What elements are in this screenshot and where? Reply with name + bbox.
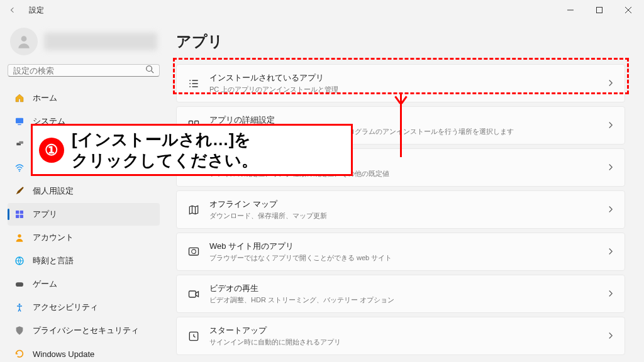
svg-point-12 [18,234,21,238]
svg-rect-6 [19,141,23,144]
svg-rect-10 [16,215,19,218]
back-button[interactable] [1,0,24,20]
home-icon [14,92,25,104]
sidebar-item-label: アプリ [33,209,57,220]
sidebar-item-label: 時刻と言語 [33,255,74,266]
list-icon [187,77,201,90]
chevron-right-icon [607,78,614,89]
svg-rect-9 [20,211,23,214]
maximize-button[interactable] [585,0,614,20]
sidebar-item-home[interactable]: ホーム [8,87,160,109]
accessibility-icon [14,302,25,313]
sidebar-item-accounts[interactable]: アカウント [8,226,160,249]
user-icon [16,33,32,50]
card-apps-for-websites[interactable]: Web サイト用のアプリ ブラウザーではなくアプリで開くことができる web サ… [176,233,625,271]
svg-point-2 [147,66,152,72]
video-icon [187,287,201,301]
sidebar-item-label: アカウント [33,232,74,243]
account-icon [14,232,25,243]
sidebar: ホーム システム Bluetooth とデバイス ネットワークとインターネット … [0,20,165,362]
close-button[interactable] [614,0,643,20]
sidebar-item-personalization[interactable]: 個人用設定 [8,180,160,202]
card-desc: ブラウザーではなくアプリで開くことができる web サイト [209,253,598,263]
avatar [10,28,38,55]
sidebar-item-accessibility[interactable]: アクセシビリティ [8,296,160,319]
search-box[interactable] [8,64,160,77]
card-desc: ビデオ調整、HDR ストリーミング、バッテリー オプション [209,295,598,305]
card-title: Web サイト用のアプリ [209,241,598,252]
chevron-right-icon [607,204,614,216]
sidebar-item-apps[interactable]: アプリ [8,203,160,226]
card-desc: ダウンロード、保存場所、マップ更新 [209,211,598,221]
annotation-callout: ① [インストールされ…]を クリックしてください。 [31,124,353,176]
svg-rect-8 [16,211,19,214]
card-video-playback[interactable]: ビデオの再生 ビデオ調整、HDR ストリーミング、バッテリー オプション [176,275,625,313]
chevron-right-icon [607,288,614,300]
website-app-icon [187,245,201,259]
user-name-blur [44,33,157,50]
close-icon [625,7,631,13]
svg-rect-14 [16,282,23,287]
card-offline-maps[interactable]: オフライン マップ ダウンロード、保存場所、マップ更新 [176,190,625,229]
chevron-right-icon [607,162,614,173]
page-title: アプリ [176,31,625,52]
minimize-button[interactable] [556,0,585,20]
svg-point-1 [21,36,27,41]
arrow-left-icon [9,7,16,13]
card-list: インストールされているアプリ PC 上のアプリのアンインストールと管理 アプリの… [176,64,625,355]
bluetooth-icon [14,139,25,150]
sidebar-item-privacy[interactable]: プライバシーとセキュリティ [8,319,160,342]
card-installed-apps[interactable]: インストールされているアプリ PC 上のアプリのアンインストールと管理 [176,64,625,102]
svg-rect-3 [16,118,23,124]
sidebar-item-label: ホーム [33,92,57,104]
system-icon [14,116,25,127]
user-info[interactable] [8,24,160,62]
brush-icon [14,185,25,197]
search-icon [145,65,154,76]
card-desc: サインイン時に自動的に開始されるアプリ [209,337,598,347]
globe-icon [14,255,25,266]
sidebar-item-time-language[interactable]: 時刻と言語 [8,250,160,272]
window-title: 設定 [29,5,44,16]
update-icon [14,348,25,359]
svg-rect-23 [189,291,196,297]
svg-point-7 [19,170,20,172]
sidebar-item-gaming[interactable]: ゲーム [8,273,160,295]
sidebar-item-label: 個人用設定 [33,185,74,197]
sidebar-item-label: Windows Update [33,349,94,359]
shield-icon [14,325,25,336]
window-controls [556,0,643,20]
annotation-step-number: ① [39,138,64,163]
svg-rect-21 [189,248,199,255]
sidebar-item-label: プライバシーとセキュリティ [33,325,139,336]
card-title: オフライン マップ [209,199,598,210]
svg-rect-4 [18,124,21,125]
card-title: スタートアップ [209,325,598,336]
gamepad-icon [14,278,25,290]
main-panel: アプリ インストールされているアプリ PC 上のアプリのアンインストールと管理 … [165,20,644,362]
card-title: ビデオの再生 [209,283,598,294]
chevron-right-icon [607,331,614,342]
title-bar: 設定 [0,0,644,20]
card-desc: PC 上のアプリのアンインストールと管理 [209,85,598,94]
map-icon [187,203,201,217]
svg-rect-11 [20,215,23,218]
startup-icon [187,329,201,343]
sidebar-item-label: ゲーム [33,278,57,290]
svg-rect-0 [597,8,602,13]
chevron-right-icon [607,120,614,131]
minimize-icon [567,7,574,13]
annotation-text: [インストールされ…]を クリックしてください。 [72,129,258,170]
wifi-icon [14,162,25,173]
sidebar-item-windows-update[interactable]: Windows Update [8,343,160,362]
maximize-icon [596,7,602,13]
svg-point-22 [192,249,196,253]
search-input[interactable] [13,66,145,75]
apps-icon [14,209,25,220]
chevron-right-icon [607,246,614,258]
card-title: インストールされているアプリ [209,72,598,84]
card-startup[interactable]: スタートアップ サインイン時に自動的に開始されるアプリ [176,317,625,355]
sidebar-item-label: アクセシビリティ [33,302,98,313]
svg-point-15 [19,304,21,305]
